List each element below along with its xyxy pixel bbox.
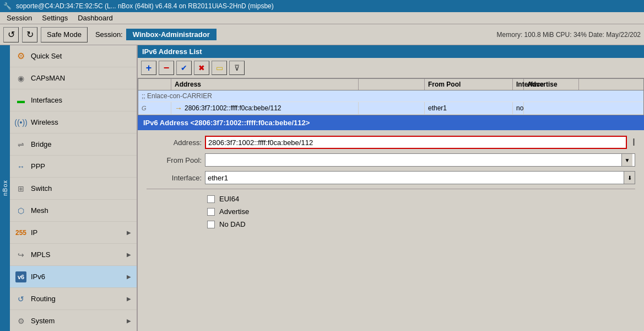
col-header-advertise: Advertise [524, 79, 579, 90]
interface-label: Interface: [147, 174, 202, 182]
menu-settings[interactable]: Settings [37, 13, 72, 23]
sidebar-item-routing[interactable]: ↺ Routing ▶ [10, 288, 137, 310]
sidebar: nBox ⚙ Quick Set ◉ CAPsMAN ▬ Interfaces … [0, 45, 138, 331]
remove-button[interactable]: − [159, 61, 174, 75]
sidebar-item-ipv6[interactable]: v6 IPv6 ▶ [10, 266, 137, 288]
menu-bar: Session Settings Dashboard [0, 12, 644, 24]
toolbar: ↺ ↻ Safe Mode Session: Winbox-Administra… [0, 24, 644, 45]
disable-button[interactable]: ✖ [194, 61, 209, 75]
edit-form-header: IPv6 Address <2806:3f7:1002::ffff:f0ca:b… [138, 115, 644, 130]
capsman-icon: ◉ [15, 73, 26, 84]
ipv6-arrow-icon: ▶ [127, 274, 131, 280]
session-value: Winbox-Administrador [126, 29, 217, 40]
table-row[interactable]: G → 2806:3f7:1002::ffff:f0ca:bebe/112 et… [138, 102, 643, 115]
cell-advertise: no [513, 102, 524, 114]
routing-icon: ↺ [15, 293, 26, 305]
routing-arrow-icon: ▶ [127, 296, 131, 302]
mesh-icon: ⬡ [15, 205, 26, 216]
session-label: Session: [95, 30, 123, 39]
main-layout: nBox ⚙ Quick Set ◉ CAPsMAN ▬ Interfaces … [0, 45, 644, 331]
col-header-address: Address [171, 79, 359, 90]
address-table: Address From Pool Interface Advertise ;;… [138, 78, 644, 115]
system-icon: ⚙ [15, 316, 26, 327]
edit-form: Address: I From Pool: ▼ Interface: [138, 130, 644, 331]
advertise-row: Advertise [147, 207, 635, 216]
interface-dropdown-icon[interactable]: ⬇ [624, 172, 635, 184]
ppp-icon: ↔ [15, 161, 26, 172]
sidebar-item-ppp[interactable]: ↔ PPP [10, 156, 137, 178]
from-pool-label: From Pool: [147, 156, 202, 164]
sidebar-item-switch[interactable]: ⊞ Switch [10, 178, 137, 200]
safe-mode-button[interactable]: Safe Mode [41, 27, 88, 42]
status-info: Memory: 100.8 MiB CPU: 34% Date: May/22/… [497, 31, 641, 39]
sidebar-item-mesh[interactable]: ⬡ Mesh [10, 200, 137, 222]
from-pool-dropdown-icon[interactable]: ▼ [621, 154, 632, 166]
mpls-icon: ↪ [15, 249, 26, 260]
from-pool-value [208, 159, 621, 161]
sidebar-label-system: System [31, 317, 122, 325]
panel-toolbar: + − ✔ ✖ ▭ ⊽ [138, 58, 644, 78]
sidebar-item-system[interactable]: ⚙ System ▶ [10, 310, 137, 331]
title-bar-text: soporte@C4:AD:34:7E:92:5C (L... nBox (64… [16, 2, 274, 10]
sidebar-label-interfaces: Interfaces [31, 96, 131, 104]
row-arrow-icon: → [175, 104, 182, 113]
redo-button[interactable]: ↻ [22, 27, 37, 42]
sidebar-label-ipv6: IPv6 [31, 273, 122, 281]
cell-address: → 2806:3f7:1002::ffff:f0ca:bebe/112 [171, 102, 359, 114]
sidebar-label-mpls: MPLS [31, 250, 122, 259]
nodad-checkbox[interactable] [207, 221, 215, 228]
wireless-icon: ((•)) [15, 117, 26, 128]
col-header-flag [138, 79, 171, 90]
sidebar-item-interfaces[interactable]: ▬ Interfaces [10, 89, 137, 111]
menu-dashboard[interactable]: Dashboard [73, 13, 117, 23]
eui64-checkbox[interactable] [207, 195, 215, 203]
interface-value: ether1 [205, 173, 624, 183]
sidebar-label-bridge: Bridge [31, 140, 131, 148]
interface-form-row: Interface: ether1 ⬇ [147, 171, 635, 184]
title-bar: 🔧 soporte@C4:AD:34:7E:92:5C (L... nBox (… [0, 0, 644, 12]
address-input[interactable] [205, 136, 627, 149]
address-label: Address: [147, 138, 202, 147]
mpls-arrow-icon: ▶ [127, 252, 131, 258]
advertise-label: Advertise [219, 207, 249, 216]
title-bar-icon: 🔧 [3, 2, 12, 10]
switch-icon: ⊞ [15, 183, 26, 194]
comment-row[interactable]: ;; Enlace-con-CARRIER [138, 90, 643, 102]
sidebar-item-bridge[interactable]: ⇌ Bridge [10, 134, 137, 156]
col-header-from-pool: From Pool [425, 79, 513, 90]
side-strip-label: nBox [2, 180, 8, 196]
content-area: IPv6 Address List + − ✔ ✖ ▭ ⊽ Address Fr… [138, 45, 644, 331]
sidebar-item-mpls[interactable]: ↪ MPLS ▶ [10, 244, 137, 266]
from-pool-select[interactable]: ▼ [205, 153, 635, 167]
sidebar-item-ip[interactable]: 255 IP ▶ [10, 222, 137, 244]
enable-button[interactable]: ✔ [176, 61, 192, 75]
interface-select[interactable]: ether1 ⬇ [205, 171, 635, 184]
nodad-row: No DAD [147, 220, 635, 228]
sidebar-item-capsman[interactable]: ◉ CAPsMAN [10, 67, 137, 89]
ipv6-icon: v6 [15, 271, 26, 282]
interfaces-icon: ▬ [15, 95, 26, 106]
sidebar-item-quick-set[interactable]: ⚙ Quick Set [10, 45, 137, 67]
bridge-icon: ⇌ [15, 139, 26, 150]
cell-from-pool [359, 102, 425, 114]
add-button[interactable]: + [141, 61, 156, 75]
from-pool-form-row: From Pool: ▼ [147, 153, 635, 167]
cell-flag: G [138, 102, 171, 114]
ip-arrow-icon: ▶ [127, 229, 131, 236]
eui64-label: EUI64 [219, 195, 239, 203]
sidebar-item-wireless[interactable]: ((•)) Wireless [10, 111, 137, 134]
ip-icon: 255 [15, 227, 26, 238]
menu-session[interactable]: Session [2, 13, 36, 23]
system-arrow-icon: ▶ [127, 318, 131, 324]
advertise-checkbox[interactable] [207, 208, 215, 216]
filter-button[interactable]: ⊽ [229, 61, 245, 75]
undo-button[interactable]: ↺ [3, 27, 19, 42]
col-header-interface: Interface [513, 79, 524, 90]
copy-button[interactable]: ▭ [212, 61, 227, 75]
sidebar-label-capsman: CAPsMAN [31, 74, 131, 82]
sidebar-label-mesh: Mesh [31, 206, 131, 215]
address-form-row: Address: I [147, 136, 635, 149]
nodad-label: No DAD [219, 220, 246, 228]
quickset-icon: ⚙ [15, 51, 26, 62]
col-header-slash [359, 79, 425, 90]
